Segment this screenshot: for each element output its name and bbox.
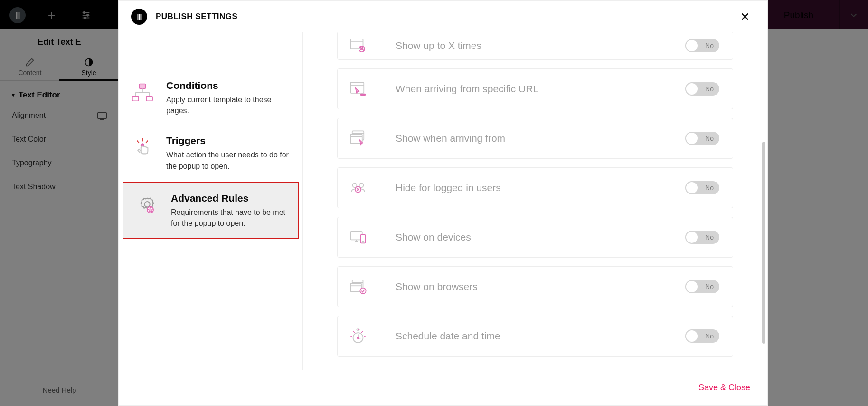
toggle-show-on-devices[interactable]: No — [685, 231, 719, 244]
svg-rect-15 — [146, 97, 152, 101]
svg-rect-28 — [360, 94, 366, 96]
toggle-label: No — [705, 135, 714, 142]
close-icon — [740, 11, 750, 22]
modal-header: ||| PUBLISH SETTINGS — [119, 1, 767, 32]
rule-title: Show on devices — [378, 232, 685, 243]
rule-schedule-date-time: Schedule date and time No — [337, 316, 733, 357]
toggle-hide-logged-in[interactable]: No — [685, 181, 719, 194]
svg-point-25 — [360, 47, 362, 48]
toggle-show-when-arriving-from[interactable]: No — [685, 132, 719, 145]
users-x-icon — [348, 178, 368, 198]
toggle-show-on-browsers[interactable]: No — [685, 280, 719, 293]
nav-conditions[interactable]: Conditions Apply current template to the… — [119, 70, 302, 126]
rule-title: Show on browsers — [378, 281, 685, 292]
browsers-check-icon — [348, 277, 368, 297]
toggle-label: No — [705, 184, 714, 192]
svg-point-47 — [360, 288, 366, 294]
toggle-label: No — [705, 233, 714, 241]
modal-nav: Conditions Apply current template to the… — [119, 32, 303, 370]
stopwatch-icon — [348, 326, 368, 346]
svg-point-20 — [144, 202, 150, 207]
rule-show-on-devices: Show on devices No — [337, 217, 733, 258]
rule-show-up-to-x-times: Show up to X times No — [337, 32, 733, 60]
nav-triggers[interactable]: Triggers What action the user needs to d… — [119, 126, 302, 181]
rule-when-arriving-from-url: When arriving from specific URL No — [337, 68, 733, 109]
rule-hide-for-logged-in-users: Hide for logged in users No — [337, 167, 733, 208]
rule-title: Show when arriving from — [378, 133, 685, 144]
nav-advanced-rules[interactable]: Advanced Rules Requirements that have to… — [123, 182, 299, 239]
svg-point-42 — [362, 241, 364, 242]
conditions-icon — [130, 81, 155, 106]
toggle-label: No — [705, 283, 714, 290]
nav-triggers-title: Triggers — [166, 135, 292, 146]
save-and-close-link[interactable]: Save & Close — [698, 383, 750, 393]
modal-title: PUBLISH SETTINGS — [156, 12, 237, 21]
svg-line-48 — [353, 331, 355, 333]
nav-advanced-title: Advanced Rules — [171, 193, 287, 204]
svg-line-49 — [361, 331, 363, 333]
nav-advanced-desc: Requirements that have to be met for the… — [171, 207, 287, 229]
rule-title: Show up to X times — [378, 40, 685, 51]
devices-icon — [348, 227, 368, 247]
svg-line-18 — [146, 141, 148, 143]
elementor-logo-icon: ||| — [131, 9, 147, 25]
svg-rect-9 — [140, 84, 146, 89]
rule-show-when-arriving-from: Show when arriving from No — [337, 118, 733, 159]
toggle-label: No — [705, 42, 714, 49]
browsers-cursor-icon — [348, 128, 368, 148]
rule-show-on-browsers: Show on browsers No — [337, 266, 733, 307]
nav-conditions-desc: Apply current template to these pages. — [166, 94, 292, 116]
triggers-icon — [130, 136, 155, 161]
browser-cursor-icon — [348, 79, 368, 99]
rule-title: Hide for logged in users — [378, 182, 685, 193]
toggle-schedule[interactable]: No — [685, 329, 719, 343]
scrollbar[interactable] — [762, 142, 765, 344]
toggle-arriving-from-url[interactable]: No — [685, 82, 719, 96]
rules-list: Show up to X times No When arriving from… — [303, 32, 767, 370]
rule-title: When arriving from specific URL — [378, 83, 685, 95]
rule-title: Schedule date and time — [378, 330, 685, 342]
svg-point-57 — [357, 337, 359, 339]
svg-line-17 — [137, 141, 139, 143]
toggle-label: No — [705, 85, 714, 93]
toggle-label: No — [705, 332, 714, 340]
publish-settings-modal: ||| PUBLISH SETTINGS — [118, 0, 768, 406]
svg-rect-14 — [132, 97, 139, 101]
browser-person-icon — [348, 36, 368, 56]
close-button[interactable] — [735, 7, 755, 26]
advanced-rules-icon — [135, 193, 160, 218]
modal-footer: Save & Close — [119, 370, 767, 405]
nav-triggers-desc: What action the user needs to do for the… — [166, 149, 292, 171]
toggle-show-up-to-x-times[interactable]: No — [685, 39, 719, 52]
nav-conditions-title: Conditions — [166, 80, 292, 91]
